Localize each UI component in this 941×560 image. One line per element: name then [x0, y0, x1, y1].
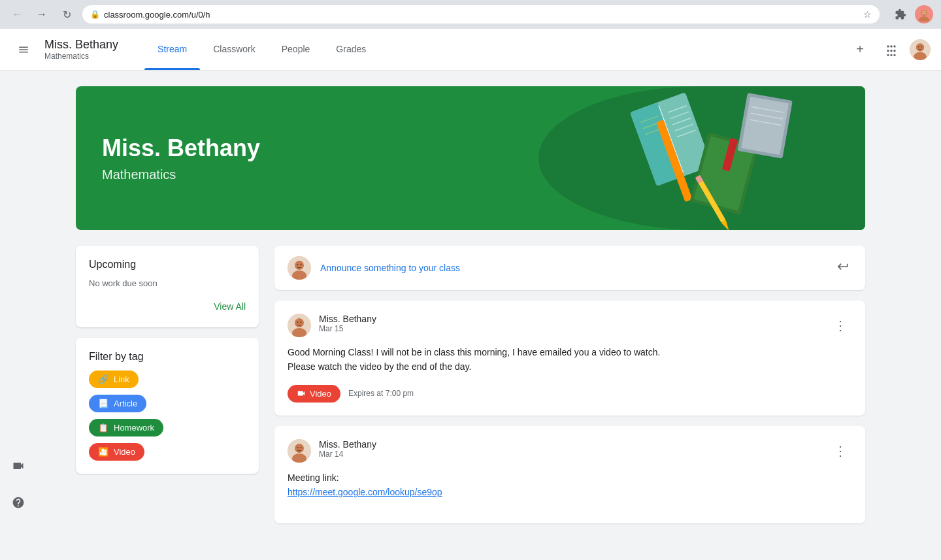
tab-classwork[interactable]: Classwork: [200, 28, 269, 70]
svg-point-6: [916, 43, 924, 51]
video-attachment-label: Video: [310, 389, 331, 399]
expires-text: Expires at 7:00 pm: [348, 389, 414, 398]
app-nav: Stream Classwork People Grades: [144, 29, 847, 70]
svg-point-39: [295, 318, 304, 327]
hero-illustration: [499, 86, 826, 230]
svg-point-8: [921, 46, 922, 47]
post-2-header: Miss. Bethany Mar 14 ⋮: [288, 439, 852, 463]
url-text: classroom.google.com/u/0/h: [104, 10, 859, 20]
help-button[interactable]: [5, 489, 31, 516]
post-2-author: Miss. Bethany: [319, 439, 821, 450]
svg-point-35: [297, 264, 299, 265]
class-title-block: Miss. Bethany Mathematics: [44, 38, 118, 61]
filter-title: Filter by tag: [89, 351, 246, 363]
tab-people[interactable]: People: [269, 28, 323, 70]
video-attachment-button[interactable]: Video: [288, 385, 340, 403]
svg-point-7: [918, 46, 919, 47]
post-card-2: Miss. Bethany Mar 14 ⋮ Meeting link: htt…: [274, 426, 865, 523]
post-2-meta: Miss. Bethany Mar 14: [319, 439, 821, 459]
svg-point-36: [301, 264, 302, 265]
main-content: Miss. Bethany Mathematics Upcoming No wo…: [65, 71, 876, 539]
tag-video-button[interactable]: 🎦 Video: [89, 443, 144, 461]
post-2-body: Meeting link: https://meet.google.com/lo…: [288, 470, 852, 500]
post-2-avatar: [288, 439, 311, 463]
svg-point-44: [295, 444, 304, 453]
homework-icon: 📋: [98, 423, 108, 433]
link-icon: 🔗: [98, 374, 108, 384]
post-1-body: Good Morning Class! I will not be in cla…: [288, 345, 852, 374]
upcoming-card: Upcoming No work due soon View All: [76, 246, 259, 327]
tag-homework-button[interactable]: 📋 Homework: [89, 419, 163, 436]
hero-text: Miss. Bethany Mathematics: [102, 135, 260, 182]
post-1-author: Miss. Bethany: [319, 314, 821, 324]
video-camera-button[interactable]: [5, 453, 31, 479]
post-2-date: Mar 14: [319, 450, 821, 459]
tag-link-button[interactable]: 🔗 Link: [89, 371, 139, 388]
svg-point-41: [301, 321, 302, 323]
back-button[interactable]: ←: [8, 5, 26, 24]
url-bar[interactable]: 🔒 classroom.google.com/u/0/h ☆: [82, 5, 880, 24]
post-1-attachments: Video Expires at 7:00 pm: [288, 385, 852, 403]
extension-puzzle-icon[interactable]: [891, 5, 910, 24]
svg-point-46: [301, 447, 302, 448]
article-icon: 📃: [98, 399, 108, 408]
tag-homework-label: Homework: [114, 423, 154, 433]
post-1-date: Mar 15: [319, 324, 821, 333]
left-sidebar-bottom: [0, 448, 37, 521]
svg-point-1: [919, 16, 929, 22]
apps-button[interactable]: [878, 37, 904, 63]
tag-article-label: Article: [114, 399, 137, 408]
post-1-meta: Miss. Bethany Mar 15: [319, 314, 821, 333]
header-right: +: [847, 37, 931, 63]
svg-point-4: [925, 12, 925, 12]
hero-title: Miss. Bethany: [102, 135, 260, 162]
app-header: Miss. Bethany Mathematics Stream Classwo…: [0, 29, 941, 71]
svg-point-40: [297, 321, 299, 323]
post-1-more-button[interactable]: ⋮: [829, 314, 852, 337]
stream-feed: Announce something to your class: [274, 246, 865, 523]
tab-grades[interactable]: Grades: [323, 28, 379, 70]
browser-extensions: [891, 5, 933, 24]
tag-link-label: Link: [114, 374, 129, 384]
post-2-more-button[interactable]: ⋮: [829, 439, 852, 463]
lock-icon: 🔒: [90, 10, 100, 19]
browser-chrome: ← → ↻ 🔒 classroom.google.com/u/0/h ☆: [0, 0, 941, 29]
tag-list: 🔗 Link 📃 Article 📋 Homework 🎦 Video: [89, 371, 246, 461]
profile-avatar-browser[interactable]: [915, 5, 933, 24]
announce-card: Announce something to your class: [274, 246, 865, 290]
forward-button[interactable]: →: [33, 5, 51, 24]
class-subject: Mathematics: [44, 52, 118, 61]
tag-video-label: Video: [114, 447, 135, 457]
menu-button[interactable]: [10, 37, 37, 63]
announce-placeholder-text[interactable]: Announce something to your class: [320, 263, 825, 273]
tab-stream[interactable]: Stream: [144, 28, 200, 70]
class-name: Miss. Bethany: [44, 38, 118, 52]
hero-banner: Miss. Bethany Mathematics: [76, 86, 865, 230]
view-all-button[interactable]: View All: [89, 299, 246, 314]
repost-icon[interactable]: [834, 257, 852, 279]
sidebar: Upcoming No work due soon View All Filte…: [76, 246, 259, 523]
no-work-text: No work due soon: [89, 278, 246, 288]
refresh-button[interactable]: ↻: [58, 5, 76, 24]
upcoming-title: Upcoming: [89, 259, 246, 271]
tag-article-button[interactable]: 📃 Article: [89, 395, 146, 412]
post-1-header: Miss. Bethany Mar 15 ⋮: [288, 314, 852, 337]
content-grid: Upcoming No work due soon View All Filte…: [76, 246, 865, 523]
user-avatar-header[interactable]: [910, 39, 931, 60]
add-button[interactable]: +: [847, 37, 873, 63]
svg-point-34: [295, 261, 304, 270]
meeting-link[interactable]: https://meet.google.com/lookup/se9op: [288, 487, 442, 497]
svg-point-45: [297, 447, 299, 448]
post-1-avatar: [288, 314, 311, 337]
post-card-1: Miss. Bethany Mar 15 ⋮ Good Morning Clas…: [274, 301, 865, 416]
svg-point-3: [923, 12, 923, 12]
filter-card: Filter by tag 🔗 Link 📃 Article 📋 Homewor…: [76, 338, 259, 474]
hero-subtitle: Mathematics: [102, 167, 260, 182]
video-tag-icon: 🎦: [98, 447, 108, 457]
bookmark-icon[interactable]: ☆: [863, 9, 872, 20]
announce-avatar: [288, 256, 311, 280]
